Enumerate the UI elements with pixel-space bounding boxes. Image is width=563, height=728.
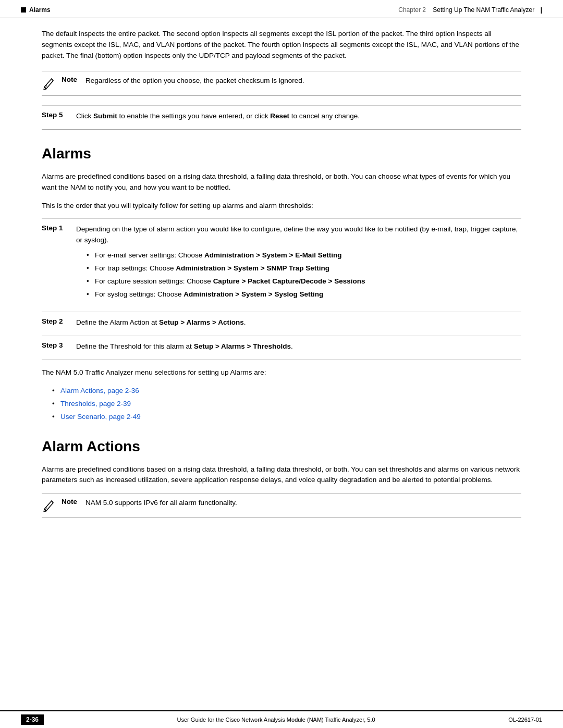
alarm-step1-bullets: For e-mail server settings: Choose Admin… xyxy=(76,250,521,300)
alarm-step-3-label: Step 3 xyxy=(42,341,71,349)
alarm-step-2-label: Step 2 xyxy=(42,317,71,325)
note-text-2: NAM 5.0 supports IPv6 for all alarm func… xyxy=(85,498,237,509)
note-box-1: Note Regardless of the option you choose… xyxy=(42,71,521,96)
step5-reset: Reset xyxy=(270,112,289,120)
step3-before: Define the Threshold for this alarm at xyxy=(76,342,194,350)
menu-text: The NAM 5.0 Traffic Analyzer menu select… xyxy=(42,367,521,378)
alarm-step1-text: Depending on the type of alarm action yo… xyxy=(76,225,518,244)
step5-text-before: Click xyxy=(76,112,93,120)
bullet-trap-bold: Administration > System > SNMP Trap Sett… xyxy=(176,264,329,272)
alarm-step-1-row: Step 1 Depending on the type of alarm ac… xyxy=(42,218,521,304)
note-text-1: Regardless of the option you choose, the… xyxy=(85,76,304,87)
step3-bold: Setup > Alarms > Thresholds xyxy=(194,342,291,350)
alarm-step-2-row: Step 2 Define the Alarm Action at Setup … xyxy=(42,312,521,328)
bullet-capture-before: For capture session settings: Choose xyxy=(95,277,213,285)
step5-submit: Submit xyxy=(93,112,117,120)
link-bullets: Alarm Actions, page 2-36 Thresholds, pag… xyxy=(42,386,521,423)
step5-text-middle: to enable the settings you have entered,… xyxy=(117,112,270,120)
header-title: Setting Up The NAM Traffic Analyzer xyxy=(433,6,534,14)
note-label-2: Note xyxy=(62,498,80,505)
page-number: 2-36 xyxy=(21,714,44,725)
header-square-icon xyxy=(21,7,26,13)
pencil-icon-2 xyxy=(42,499,56,513)
user-scenario-link[interactable]: User Scenario, page 2-49 xyxy=(60,413,141,421)
main-content: The default inspects the entire packet. … xyxy=(0,18,563,548)
page-header: Alarms Chapter 2 Setting Up The NAM Traf… xyxy=(0,0,563,18)
alarm-step-3-row: Step 3 Define the Threshold for this ala… xyxy=(42,336,521,352)
link-item-2[interactable]: Thresholds, page 2-39 xyxy=(52,399,521,410)
alarm-step-2-content: Define the Alarm Action at Setup > Alarm… xyxy=(76,317,521,328)
bullet-capture-bold: Capture > Packet Capture/Decode > Sessio… xyxy=(213,277,365,285)
alarms-intro: Alarms are predefined conditions based o… xyxy=(42,171,521,193)
bullet-trap: For trap settings: Choose Administration… xyxy=(87,263,521,274)
alarm-actions-heading: Alarm Actions xyxy=(42,438,521,455)
alarm-step-1-label: Step 1 xyxy=(42,224,71,232)
pencil-icon xyxy=(42,77,56,91)
step-5-label: Step 5 xyxy=(42,111,71,119)
bullet-email-before: For e-mail server settings: Choose xyxy=(95,251,204,259)
alarm-step-3-content: Define the Threshold for this alarm at S… xyxy=(76,341,521,352)
chapter-label: Chapter 2 xyxy=(398,6,426,14)
step2-before: Define the Alarm Action at xyxy=(76,318,159,326)
alarm-actions-intro: Alarms are predefined conditions based o… xyxy=(42,464,521,486)
intro-paragraph: The default inspects the entire packet. … xyxy=(42,29,521,61)
alarm-actions-link[interactable]: Alarm Actions, page 2-36 xyxy=(60,387,139,394)
alarms-heading: Alarms xyxy=(42,145,521,162)
bullet-syslog: For syslog settings: Choose Administrati… xyxy=(87,289,521,300)
section-divider-1 xyxy=(42,129,521,130)
section-divider-2 xyxy=(42,360,521,360)
link-item-1[interactable]: Alarm Actions, page 2-36 xyxy=(52,386,521,397)
bullet-syslog-before: For syslog settings: Choose xyxy=(95,290,183,298)
bullet-email-bold: Administration > System > E-Mail Setting xyxy=(204,251,341,259)
footer-right-text: OL-22617-01 xyxy=(508,717,542,723)
step2-after: . xyxy=(244,318,246,326)
alarm-step-1-content: Depending on the type of alarm action yo… xyxy=(76,224,521,304)
step5-text-after: to cancel any change. xyxy=(289,112,360,120)
header-pipe: | xyxy=(541,6,542,14)
alarms-order-text: This is the order that you will typicall… xyxy=(42,201,521,212)
step2-bold: Setup > Alarms > Actions xyxy=(159,318,244,326)
step-5-row: Step 5 Click Submit to enable the settin… xyxy=(42,105,521,122)
link-item-3[interactable]: User Scenario, page 2-49 xyxy=(52,412,521,423)
footer-center-text: User Guide for the Cisco Network Analysi… xyxy=(177,717,375,723)
thresholds-link[interactable]: Thresholds, page 2-39 xyxy=(60,400,131,408)
bullet-email: For e-mail server settings: Choose Admin… xyxy=(87,250,521,261)
page-footer: 2-36 User Guide for the Cisco Network An… xyxy=(0,710,563,728)
note-label-1: Note xyxy=(62,76,80,83)
bullet-capture: For capture session settings: Choose Cap… xyxy=(87,276,521,287)
header-right: Chapter 2 Setting Up The NAM Traffic Ana… xyxy=(398,6,542,14)
breadcrumb: Alarms xyxy=(29,6,51,14)
bullet-trap-before: For trap settings: Choose xyxy=(95,264,176,272)
header-left: Alarms xyxy=(21,6,51,14)
bullet-syslog-bold: Administration > System > Syslog Setting xyxy=(183,290,323,298)
note-box-2: Note NAM 5.0 supports IPv6 for all alarm… xyxy=(42,493,521,518)
step-5-content: Click Submit to enable the settings you … xyxy=(76,111,521,122)
step3-after: . xyxy=(291,342,293,350)
